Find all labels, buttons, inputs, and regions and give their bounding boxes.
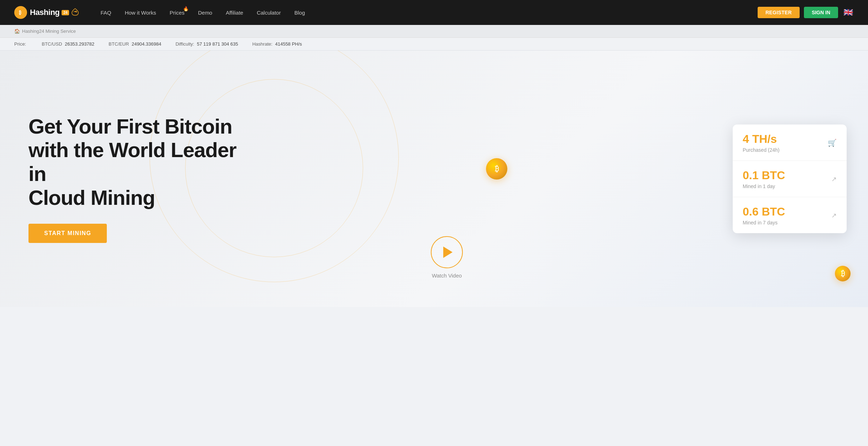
ticker-btc-usd: BTC/USD 26353.293782 bbox=[42, 41, 94, 47]
register-button[interactable]: REGISTER bbox=[758, 7, 800, 18]
nav-links: FAQ How it Works Prices 🔥 Demo Affiliate… bbox=[100, 10, 757, 16]
nav-actions: REGISTER SIGN IN 🇬🇧 bbox=[758, 7, 854, 18]
watch-video-label: Watch Video bbox=[432, 273, 462, 279]
stats-card: 4 TH/s Purchased (24h) 🛒 0.1 BTC Mined i… bbox=[733, 125, 847, 233]
stat-row-inner-2: 0.6 BTC Mined in 7 days ↗ bbox=[743, 205, 837, 225]
ticker-bar: Price: BTC/USD 26353.293782 BTC/EUR 2490… bbox=[0, 38, 868, 51]
play-button[interactable] bbox=[431, 236, 463, 268]
coin-float-2: ₿ bbox=[835, 266, 851, 281]
breadcrumb-text: Hashing24 Mining Service bbox=[22, 28, 76, 34]
arrow-icon-1: ↗ bbox=[831, 175, 837, 183]
hero-content: Get Your First Bitcoin with the World Le… bbox=[28, 115, 256, 243]
ticker-btc-eur: BTC/EUR 24904.336984 bbox=[109, 41, 161, 47]
nav-link-faq[interactable]: FAQ bbox=[100, 10, 111, 16]
nav-link-how-it-works[interactable]: How it Works bbox=[125, 10, 156, 16]
stat-row-2: 0.6 BTC Mined in 7 days ↗ bbox=[733, 197, 847, 233]
home-icon: 🏠 bbox=[14, 28, 20, 34]
coin-float-1: ₿ bbox=[486, 158, 507, 180]
start-mining-button[interactable]: START MINING bbox=[28, 224, 107, 243]
hero-section: ₿ ₿ Get Your First Bitcoin with the Worl… bbox=[0, 51, 868, 307]
arrow-icon-2: ↗ bbox=[831, 211, 837, 219]
play-triangle-icon bbox=[443, 247, 453, 258]
signin-button[interactable]: SIGN IN bbox=[804, 7, 838, 18]
flag-icon[interactable]: 🇬🇧 bbox=[842, 7, 854, 18]
logo-icon: ₿ bbox=[14, 6, 27, 19]
logo[interactable]: ₿ Hashing 24 bbox=[14, 6, 79, 19]
ticker-difficulty: Difficulty: 57 119 871 304 635 bbox=[176, 41, 238, 47]
stat-row-inner-1: 0.1 BTC Mined in 1 day ↗ bbox=[743, 169, 837, 189]
logo-badge: 24 bbox=[62, 10, 69, 15]
stat-row-0: 4 TH/s Purchased (24h) 🛒 bbox=[733, 125, 847, 161]
nav-link-affiliate[interactable]: Affiliate bbox=[226, 10, 243, 16]
stat-value-0: 4 TH/s Purchased (24h) bbox=[743, 133, 780, 153]
stat-value-1: 0.1 BTC Mined in 1 day bbox=[743, 169, 785, 189]
hero-title: Get Your First Bitcoin with the World Le… bbox=[28, 115, 256, 210]
nav-link-blog[interactable]: Blog bbox=[294, 10, 305, 16]
fire-icon: 🔥 bbox=[183, 6, 189, 11]
ticker-hashrate: Hashrate: 414558 PH/s bbox=[252, 41, 302, 47]
nav-link-prices[interactable]: Prices 🔥 bbox=[170, 10, 185, 16]
ticker-price-label: Price: bbox=[14, 41, 27, 47]
cart-icon: 🛒 bbox=[828, 138, 837, 147]
video-section: Watch Video bbox=[431, 236, 463, 279]
stat-value-2: 0.6 BTC Mined in 7 days bbox=[743, 205, 785, 225]
breadcrumb: 🏠 Hashing24 Mining Service bbox=[0, 25, 868, 38]
svg-text:₿: ₿ bbox=[19, 10, 21, 15]
nav-link-demo[interactable]: Demo bbox=[198, 10, 212, 16]
stat-row-1: 0.1 BTC Mined in 1 day ↗ bbox=[733, 161, 847, 197]
stat-row-inner-0: 4 TH/s Purchased (24h) 🛒 bbox=[743, 133, 837, 153]
navbar: ₿ Hashing 24 FAQ How it Works Prices 🔥 D… bbox=[0, 0, 868, 25]
nav-link-calculator[interactable]: Calculator bbox=[257, 10, 281, 16]
logo-text: Hashing bbox=[30, 8, 59, 17]
